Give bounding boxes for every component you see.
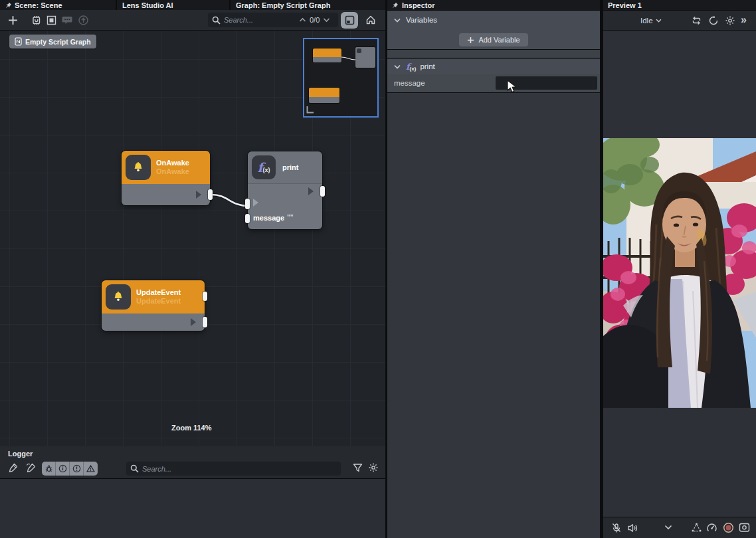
updateevent-exec-out-arrow: [191, 318, 196, 326]
updateevent-exec-out-port[interactable]: [203, 317, 207, 327]
chevron-down-icon: [656, 19, 662, 23]
node-updateevent-subtitle: UpdateEvent: [136, 297, 181, 306]
filter-error-icon[interactable]: [84, 462, 98, 476]
minimap-cable: [304, 39, 377, 116]
graph-toolbar: 0/0: [0, 10, 385, 31]
add-node-button[interactable]: [7, 15, 19, 26]
reload-lens-icon[interactable]: [691, 15, 702, 26]
search-icon: [130, 464, 139, 473]
logger-panel: Logger: [0, 446, 385, 538]
tab-scene[interactable]: Scene: Scene: [0, 0, 117, 10]
event-bell-icon: [106, 284, 131, 310]
print-exec-in-port[interactable]: [245, 199, 250, 209]
capture-snapshot-icon[interactable]: [739, 522, 750, 533]
tab-scene-label: Scene: Scene: [15, 1, 62, 9]
inspector-panel: Inspector Variables Add Variable: [387, 0, 600, 538]
pin-icon: [5, 2, 12, 9]
minimap-toggle-button[interactable]: [341, 12, 358, 29]
print-section-label: print: [420, 62, 434, 70]
logger-title: Logger: [8, 450, 33, 458]
filter-debug-icon[interactable]: [42, 462, 56, 476]
preview-toolbar: Idle »: [603, 11, 756, 31]
graph-breadcrumb[interactable]: Empty Script Graph: [9, 35, 96, 48]
logger-output-area[interactable]: [0, 478, 385, 538]
updateevent-header-port[interactable]: [203, 292, 207, 301]
print-section-header[interactable]: f(x) print: [387, 59, 600, 74]
search-prev-icon[interactable]: [299, 17, 306, 23]
panel-title-bar: Scene: Scene Lens Studio AI Graph: Empty…: [0, 0, 385, 10]
variables-section: Variables Add Variable: [387, 11, 600, 49]
inspector-section-gap: [387, 49, 600, 58]
print-message-label: message: [253, 214, 284, 223]
performance-gauge-icon[interactable]: [706, 522, 717, 533]
script-graph-icon: [15, 37, 22, 46]
add-variable-button[interactable]: Add Variable: [459, 33, 527, 46]
logger-search-input[interactable]: [142, 465, 315, 473]
fx-f-glyph: f: [257, 160, 262, 175]
home-view-icon[interactable]: [365, 14, 377, 26]
chevron-down-icon: [394, 18, 401, 23]
print-section: f(x) print: [387, 59, 600, 74]
search-next-icon[interactable]: [323, 17, 330, 23]
publish-icon[interactable]: [78, 15, 89, 26]
reset-preview-icon[interactable]: [708, 15, 719, 26]
plus-icon: [467, 37, 474, 44]
expand-panel-icon[interactable]: »: [741, 14, 747, 26]
node-updateevent-title: UpdateEvent: [136, 288, 181, 297]
onawake-exec-out-port[interactable]: [208, 189, 213, 200]
log-filter-funnel-icon[interactable]: [353, 463, 363, 473]
clear-log-icon[interactable]: [7, 463, 18, 474]
node-print-title: print: [282, 163, 298, 172]
node-onawake[interactable]: OnAwake OnAwake: [122, 151, 210, 205]
mouse-cursor: [507, 80, 517, 94]
inspector-header: Inspector: [387, 0, 600, 11]
speaker-icon[interactable]: [627, 523, 638, 533]
inspector-title: Inspector: [402, 1, 435, 9]
auto-clear-log-icon[interactable]: [25, 463, 36, 474]
node-updateevent[interactable]: UpdateEvent UpdateEvent: [102, 280, 205, 331]
filter-warning-icon[interactable]: [70, 462, 84, 476]
preview-header: Preview 1: [603, 0, 756, 11]
create-subgraph-icon[interactable]: [31, 15, 42, 26]
tab-ai-label: Lens Studio AI: [122, 1, 173, 9]
motion-tracking-icon[interactable]: [691, 522, 702, 533]
log-filter-toggles: [42, 462, 98, 476]
fx-sub-glyph: (x): [410, 66, 417, 72]
tab-graph[interactable]: Graph: Empty Script Graph: [231, 0, 385, 10]
logger-settings-gear-icon[interactable]: [368, 462, 379, 473]
preview-state-label: Idle: [640, 17, 653, 25]
preview-panel: Preview 1 Idle »: [603, 0, 756, 538]
logger-search-box[interactable]: [126, 462, 341, 476]
fx-sub-glyph: (x): [263, 167, 270, 173]
lens-studio-window: Scene: Scene Lens Studio AI Graph: Empty…: [0, 0, 756, 538]
node-print[interactable]: f(x) print message "": [248, 151, 322, 229]
chevron-down-icon[interactable]: [664, 525, 672, 530]
preview-state-dropdown[interactable]: Idle: [640, 17, 662, 25]
message-property-row: message: [387, 74, 600, 93]
variables-section-header[interactable]: Variables: [387, 11, 600, 29]
record-icon[interactable]: [723, 522, 734, 533]
microphone-muted-icon[interactable]: [611, 523, 622, 533]
filter-info-icon[interactable]: [56, 462, 70, 476]
pin-icon[interactable]: [392, 2, 399, 9]
comment-icon[interactable]: [62, 15, 72, 25]
function-fx-icon: f(x): [406, 62, 416, 72]
graph-minimap[interactable]: [303, 38, 379, 118]
print-message-port[interactable]: [245, 214, 250, 223]
node-onawake-title: OnAwake: [156, 159, 189, 167]
node-graph-canvas[interactable]: Empty Script Graph OnAwake OnAwake: [0, 31, 385, 446]
node-onawake-subtitle: OnAwake: [156, 167, 189, 176]
graph-search-input[interactable]: [224, 16, 296, 24]
tab-lens-studio-ai[interactable]: Lens Studio AI: [117, 0, 231, 10]
event-bell-icon: [126, 155, 151, 180]
tab-graph-label: Graph: Empty Script Graph: [236, 1, 330, 9]
frame-comment-icon[interactable]: [46, 15, 57, 26]
logger-toolbar: [0, 461, 385, 478]
webcam-preview-image: [603, 138, 756, 408]
preview-title: Preview 1: [608, 1, 642, 9]
minimap-resize-handle[interactable]: [306, 106, 314, 114]
print-message-value: "": [287, 214, 293, 221]
preview-settings-gear-icon[interactable]: [725, 15, 735, 26]
print-exec-out-port[interactable]: [320, 186, 325, 197]
graph-search-box[interactable]: 0/0: [208, 13, 338, 27]
